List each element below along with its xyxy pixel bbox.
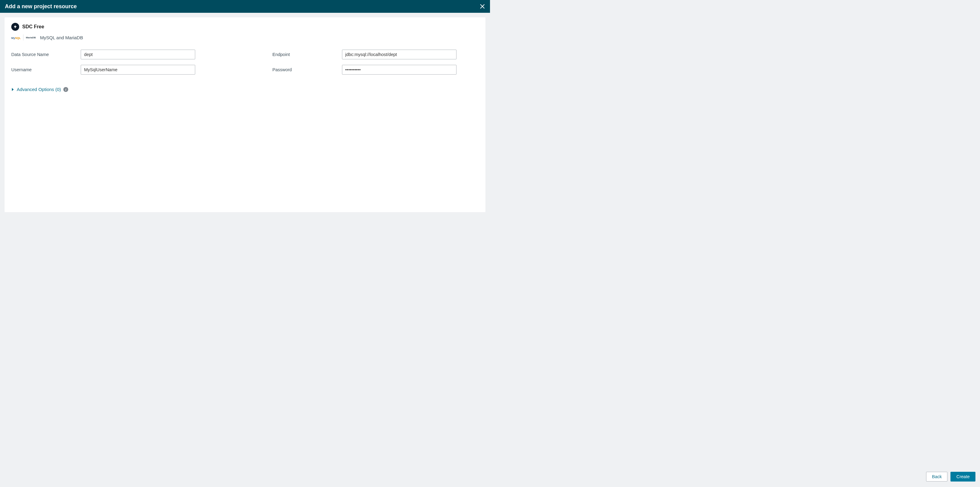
mysql-logo-icon: MySQL [11,35,21,40]
advanced-options-label: Advanced Options (0) [17,87,61,92]
label-data-source-name: Data Source Name [11,52,81,57]
input-data-source-name[interactable] [81,50,195,59]
advanced-options-toggle[interactable]: Advanced Options (0) i [12,87,479,92]
form-grid: Data Source Name Endpoint Username Passw… [11,50,479,75]
dialog-header: Add a new project resource [0,0,490,13]
database-type-label: MySQL and MariaDB [40,35,83,40]
database-type-row: MySQL MariaDB MySQL and MariaDB [11,34,479,40]
bolt-icon [11,23,19,31]
product-row: SDC Free [11,23,479,31]
input-password[interactable] [342,65,457,75]
info-icon[interactable]: i [64,87,68,92]
product-name: SDC Free [22,24,44,30]
input-endpoint[interactable] [342,50,457,59]
field-username: Username [11,65,218,75]
caret-right-icon [12,88,14,91]
field-data-source-name: Data Source Name [11,50,218,59]
close-icon[interactable] [479,3,485,10]
dialog-title: Add a new project resource [5,3,77,10]
logo-separator [23,34,24,40]
label-password: Password [272,67,342,72]
field-password: Password [272,65,479,75]
content-panel: SDC Free MySQL MariaDB MySQL and MariaDB… [5,17,485,212]
label-endpoint: Endpoint [272,52,342,57]
label-username: Username [11,67,81,72]
mariadb-logo-icon: MariaDB [26,36,36,39]
field-endpoint: Endpoint [272,50,479,59]
input-username[interactable] [81,65,195,75]
